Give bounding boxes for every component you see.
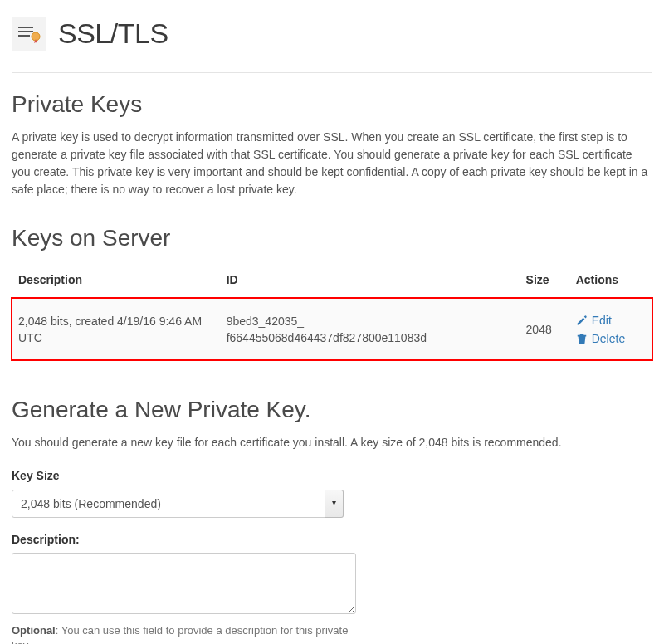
hint-bold: Optional	[12, 624, 56, 637]
section-heading-private-keys: Private Keys	[12, 88, 652, 122]
chevron-down-icon[interactable]: ▾	[325, 490, 344, 518]
page-title: SSL/TLS	[58, 13, 168, 54]
svg-rect-1	[18, 31, 33, 32]
section-heading-keys-on-server: Keys on Server	[12, 222, 652, 256]
col-header-description: Description	[12, 263, 220, 297]
svg-rect-2	[18, 35, 30, 37]
key-id-line: 9bed3_42035_	[227, 315, 304, 328]
cell-size: 2048	[520, 298, 569, 361]
description-label: Description:	[12, 531, 652, 548]
private-keys-intro: A private key is used to decrypt informa…	[12, 129, 652, 198]
description-group: Description: Optional: You can use this …	[12, 531, 652, 644]
delete-label: Delete	[592, 330, 625, 347]
pencil-icon	[576, 315, 588, 326]
svg-rect-0	[18, 27, 33, 28]
col-header-id: ID	[220, 263, 520, 297]
cell-actions: Edit Delete	[569, 298, 652, 361]
hint-rest: : You can use this field to provide a de…	[12, 624, 348, 644]
table-row: 2,048 bits, created 4/19/16 9:46 AM UTC …	[12, 298, 652, 361]
ssl-certificate-icon	[12, 17, 46, 51]
description-hint: Optional: You can use this field to prov…	[12, 623, 360, 644]
section-heading-generate: Generate a New Private Key.	[12, 393, 652, 427]
key-size-group: Key Size 2,048 bits (Recommended) ▾	[12, 467, 652, 517]
cell-id: 9bed3_42035_ f664455068d464437df827800e1…	[220, 298, 520, 361]
description-textarea[interactable]	[12, 553, 356, 614]
edit-button[interactable]: Edit	[576, 312, 646, 329]
edit-label: Edit	[592, 312, 612, 329]
key-size-label: Key Size	[12, 467, 652, 484]
generate-help: You should generate a new key file for e…	[12, 434, 652, 451]
key-size-select[interactable]: 2,048 bits (Recommended)	[12, 490, 325, 518]
col-header-size: Size	[520, 263, 569, 297]
keys-table: Description ID Size Actions 2,048 bits, …	[12, 263, 652, 360]
col-header-actions: Actions	[569, 263, 652, 297]
key-id-line: f664455068d464437df827800e11083d	[227, 331, 427, 344]
page-header: SSL/TLS	[12, 8, 652, 73]
trash-icon	[576, 333, 588, 344]
generate-section: Generate a New Private Key. You should g…	[12, 393, 652, 644]
delete-button[interactable]: Delete	[576, 330, 646, 347]
cell-description: 2,048 bits, created 4/19/16 9:46 AM UTC	[12, 298, 220, 361]
